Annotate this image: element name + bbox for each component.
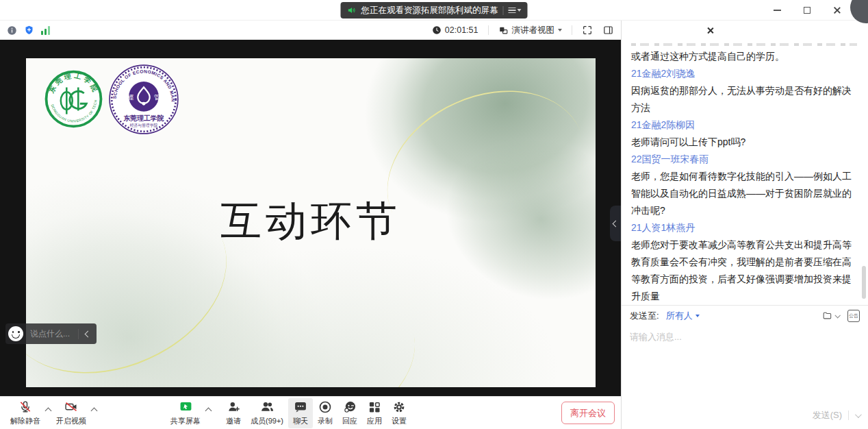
chat-close-icon[interactable] — [706, 27, 714, 34]
banner-menu-icon[interactable] — [509, 8, 522, 14]
slide-title: 互动环节 — [26, 194, 596, 249]
shared-screen-stage: 东莞理工学院 DONGGUAN UNIVERSITY OF TECHNOLOGY — [0, 40, 621, 396]
apps-button[interactable]: 应用 — [362, 398, 387, 428]
chat-input[interactable]: 请输入消息... — [622, 326, 868, 402]
watch-banner-text: 您正在观看资源拓展部陈利斌的屏幕 — [361, 5, 498, 16]
settings-button[interactable]: 设置 — [387, 398, 411, 428]
close-button[interactable] — [830, 3, 845, 18]
window-titlebar: 您正在观看资源拓展部陈利斌的屏幕 — [0, 0, 868, 21]
message-text: 老师请问可以上传下ppt吗? — [631, 134, 858, 151]
chat-message-list[interactable]: 或者通过这种方式提高自己的学历。 21金融2刘骁逸 因病返贫的那部分人，无法从事… — [622, 40, 868, 305]
view-mode-caret — [558, 29, 562, 32]
invite-label: 邀请 — [226, 416, 241, 426]
meeting-timer: 02:01:51 — [432, 25, 478, 35]
start-video-button[interactable]: 开启视频 — [51, 398, 91, 428]
mic-options-caret[interactable] — [45, 408, 52, 415]
share-options-caret[interactable] — [205, 408, 212, 415]
reactions-label: 回应 — [342, 416, 357, 426]
announcement-icon[interactable]: 公告 — [847, 310, 860, 322]
message-text: 或者通过这种方式提高自己的学历。 — [631, 48, 858, 65]
folder-icon — [821, 310, 833, 321]
settings-gear-icon — [392, 400, 406, 414]
leave-meeting-button[interactable]: 离开会议 — [561, 402, 615, 424]
chat-history-button[interactable] — [821, 310, 839, 321]
sender-name: 21金融2刘骁逸 — [631, 65, 858, 82]
fullscreen-icon[interactable] — [582, 25, 593, 36]
view-mode-label: 演讲者视图 — [512, 25, 555, 36]
message-text: 因病返贫的那部分人，无法从事劳动是否有好的解决方法 — [631, 82, 858, 117]
chat-scrollbar[interactable] — [862, 266, 866, 299]
view-mode-switcher[interactable]: 演讲者视图 — [498, 25, 563, 36]
corner-overlay-circle — [850, 0, 868, 23]
unmute-label: 解除静音 — [10, 416, 40, 426]
side-panel-icon[interactable] — [602, 25, 614, 36]
history-caret — [834, 312, 840, 318]
pill-collapse-icon[interactable] — [79, 332, 97, 336]
apps-grid-icon — [368, 400, 381, 414]
speaker-icon — [347, 5, 357, 15]
quick-chat-pill[interactable]: 说点什么... — [5, 323, 97, 344]
share-screen-button[interactable]: 共享屏幕 — [166, 398, 205, 428]
message-text: 老师，您是如何看待数字化技能的引入——例如人工智能以及自动化的日益成熟——对于贫… — [631, 168, 858, 219]
chat-message: 21金融2陈柳因 老师请问可以上传下ppt吗? — [631, 117, 858, 151]
svg-text:经济与管理学院: 经济与管理学院 — [130, 123, 158, 128]
clock-icon — [432, 25, 442, 35]
members-label: 成员(99+) — [251, 416, 283, 426]
sender-name: 22国贸一班宋春雨 — [631, 151, 858, 168]
send-to-row: 发送至: 所有人 公告 — [622, 305, 868, 326]
chat-label: 聊天 — [293, 416, 308, 426]
network-signal-icon — [41, 26, 50, 35]
sender-name: 21人资1林燕丹 — [631, 219, 858, 236]
share-screen-icon — [179, 400, 193, 414]
send-to-label: 发送至: — [630, 310, 659, 322]
svg-text:管: 管 — [154, 94, 161, 101]
shield-icon[interactable] — [24, 25, 34, 36]
start-video-label: 开启视频 — [56, 416, 86, 426]
svg-text:經: 經 — [127, 94, 134, 101]
apps-label: 应用 — [367, 416, 382, 426]
invite-icon — [227, 400, 241, 414]
share-screen-label: 共享屏幕 — [170, 416, 201, 426]
record-label: 录制 — [318, 416, 333, 426]
clipped-message-top — [631, 43, 857, 46]
unmute-button[interactable]: 解除静音 — [5, 398, 45, 428]
send-to-caret — [695, 315, 700, 317]
chat-message: 21人资1林燕丹 老师您对于要改革减少高等教育公共支出和提升高等教育质量会不会有… — [631, 219, 858, 305]
camera-off-icon — [64, 400, 79, 414]
record-icon — [318, 400, 332, 414]
chat-panel: 或者通过这种方式提高自己的学历。 21金融2刘骁逸 因病返贫的那部分人，无法从事… — [621, 21, 868, 429]
send-to-selector[interactable]: 所有人 — [666, 310, 700, 322]
dgut-university-logo: 东莞理工学院 DONGGUAN UNIVERSITY OF TECHNOLOGY — [44, 70, 103, 128]
chat-message: 22国贸一班宋春雨 老师，您是如何看待数字化技能的引入——例如人工智能以及自动化… — [631, 151, 858, 219]
minimize-button[interactable] — [769, 3, 784, 18]
video-options-caret[interactable] — [91, 408, 98, 415]
timer-value: 02:01:51 — [445, 25, 478, 35]
pill-divider — [503, 6, 504, 15]
send-options-caret[interactable] — [855, 411, 862, 418]
record-button[interactable]: 录制 — [313, 398, 337, 428]
info-icon[interactable] — [7, 25, 17, 36]
settings-label: 设置 — [392, 416, 407, 426]
chat-message: 21金融2刘骁逸 因病返贫的那部分人，无法从事劳动是否有好的解决方法 — [631, 65, 858, 117]
invite-button[interactable]: 邀请 — [221, 398, 246, 428]
maximize-button[interactable] — [800, 3, 815, 18]
emoji-icon[interactable] — [8, 326, 23, 341]
meeting-statusbar: 02:01:51 演讲者视图 — [0, 21, 621, 40]
chat-button[interactable]: 聊天 — [288, 398, 313, 428]
members-button[interactable]: 成员(99+) — [246, 398, 288, 428]
quick-chat-placeholder[interactable]: 说点什么... — [23, 328, 78, 340]
reactions-button[interactable]: 回应 — [337, 398, 362, 428]
meeting-toolbar: 解除静音 开启视频 共享屏幕 — [0, 396, 621, 429]
chat-message: 或者通过这种方式提高自己的学历。 — [631, 48, 858, 65]
send-area: 发送(S) — [622, 402, 868, 429]
screen-watch-banner: 您正在观看资源拓展部陈利斌的屏幕 — [341, 2, 528, 19]
sender-name: 21金融2陈柳因 — [631, 117, 858, 134]
mic-muted-icon — [18, 400, 32, 414]
reaction-emoji-icon — [343, 400, 357, 414]
send-button[interactable]: 发送(S) — [813, 409, 842, 421]
members-icon — [259, 400, 275, 414]
svg-text:东莞理工学院: 东莞理工学院 — [123, 114, 164, 122]
message-text: 老师您对于要改革减少高等教育公共支出和提升高等教育质量会不会有冲突，我理解的是前… — [631, 236, 858, 305]
chat-collapse-tab[interactable] — [610, 206, 621, 241]
layout-icon — [498, 25, 509, 36]
